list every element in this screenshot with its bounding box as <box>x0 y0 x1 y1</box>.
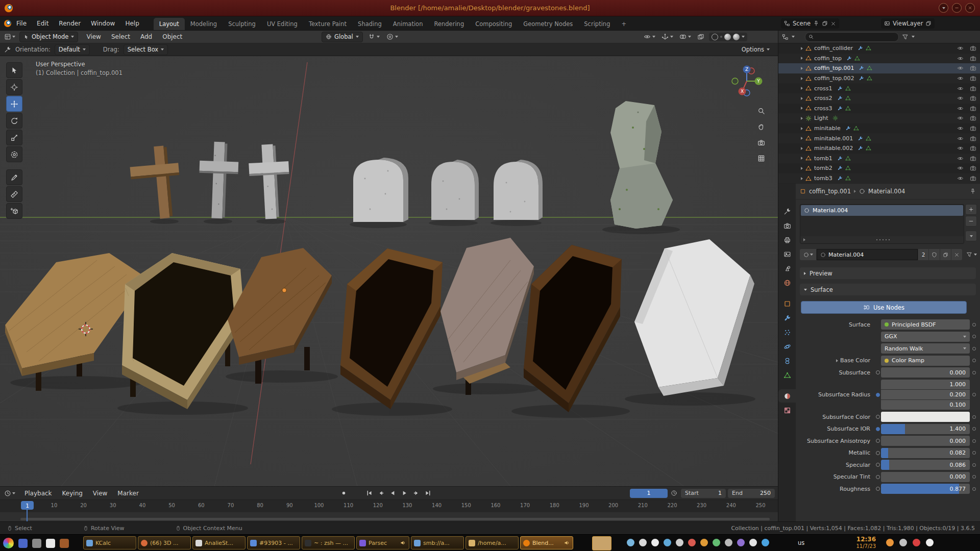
tray-icon-7[interactable] <box>700 539 708 546</box>
tool-tweak-select-button[interactable] <box>6 62 22 78</box>
toggle-icon[interactable] <box>876 451 880 455</box>
expand-icon[interactable] <box>801 47 803 50</box>
unlink-material-button[interactable] <box>951 249 962 260</box>
outliner-item-cross2[interactable]: cross2 <box>778 93 980 104</box>
tool-rotate-button[interactable] <box>6 113 22 129</box>
hide-in-viewport-icon[interactable] <box>957 95 964 102</box>
disable-in-render-icon[interactable] <box>970 125 976 132</box>
editor-type-chevron-icon[interactable] <box>12 492 15 494</box>
object-visibility-dropdown[interactable] <box>642 32 657 41</box>
toggle-icon[interactable] <box>876 393 880 397</box>
start-menu-icon[interactable] <box>3 538 14 548</box>
disable-in-render-icon[interactable] <box>970 175 976 182</box>
taskbar-window-93903[interactable]: #93903 - ... <box>247 536 300 549</box>
tab-rendering[interactable]: Rendering <box>428 18 470 30</box>
outliner-item-coffin-top[interactable]: coffin_top <box>778 54 980 64</box>
toggle-icon[interactable] <box>876 463 880 467</box>
3d-viewport[interactable]: User Perspective (1) Collection | coffin… <box>0 56 778 486</box>
tool-cursor-button[interactable] <box>6 79 22 95</box>
expand-icon[interactable] <box>801 107 803 110</box>
outliner-search-input[interactable] <box>816 33 895 40</box>
expand-icon[interactable] <box>836 359 838 362</box>
hide-in-viewport-icon[interactable] <box>957 105 964 112</box>
toggle-icon[interactable] <box>876 487 880 491</box>
proportional-editing-toggle[interactable] <box>385 32 400 41</box>
ortho-toggle-button[interactable] <box>755 153 767 164</box>
property-field[interactable]: 0.082 <box>881 448 970 458</box>
decorator-dot-icon[interactable] <box>972 371 976 374</box>
tool-add-cube-button[interactable] <box>6 203 22 219</box>
property-field[interactable]: GGX <box>881 332 970 342</box>
fake-user-button[interactable] <box>929 249 940 260</box>
tray-right-icon-1[interactable] <box>886 539 894 546</box>
snapping-dropdown-icon[interactable] <box>377 36 380 38</box>
hide-in-viewport-icon[interactable] <box>957 65 964 71</box>
taskbar-window-home-a[interactable]: /home/a... <box>465 536 519 549</box>
jump-to-start-button[interactable] <box>364 489 374 497</box>
toggle-icon[interactable] <box>876 370 880 374</box>
outliner-item-cross3[interactable]: cross3 <box>778 104 980 114</box>
timeline-menu-view[interactable]: View <box>88 490 112 497</box>
disable-in-render-icon[interactable] <box>970 75 976 82</box>
property-field[interactable]: Principled BSDF <box>881 319 970 330</box>
timeline-menu-playback[interactable]: Playback <box>19 490 57 497</box>
decorator-dot-icon[interactable] <box>972 475 976 479</box>
viewport-menu-add[interactable]: Add <box>135 33 157 40</box>
tab-modeling[interactable]: Modeling <box>185 18 223 30</box>
expand-icon[interactable] <box>801 147 803 150</box>
hide-in-viewport-icon[interactable] <box>957 125 964 132</box>
shading-dropdown-icon[interactable] <box>742 36 745 38</box>
grip-handle-icon[interactable] <box>875 239 891 241</box>
properties-tab-texture[interactable] <box>778 404 796 417</box>
breadcrumb-object[interactable]: coffin_top.001 <box>809 188 851 195</box>
property-field[interactable]: 0.100 <box>881 400 970 410</box>
properties-tab-scene[interactable] <box>778 262 796 275</box>
active-tool-icon[interactable] <box>4 46 11 53</box>
zoom-button[interactable] <box>755 105 767 116</box>
frame-end-field[interactable]: End250 <box>728 489 775 498</box>
outliner-search[interactable] <box>805 32 899 42</box>
tray-icon-9[interactable] <box>725 539 732 546</box>
expand-icon[interactable] <box>801 117 803 120</box>
expand-icon[interactable] <box>801 157 803 160</box>
properties-tab-output[interactable] <box>778 233 796 246</box>
tray-icon-5[interactable] <box>676 539 683 546</box>
disable-in-render-icon[interactable] <box>970 95 976 102</box>
property-field[interactable]: 1.000 <box>881 380 970 389</box>
menu-render[interactable]: Render <box>54 20 86 27</box>
filter-icon[interactable] <box>902 34 909 40</box>
disable-in-render-icon[interactable] <box>970 85 976 92</box>
taskbar-window-parsec[interactable]: Parsec <box>356 536 409 549</box>
editor-type-chevron-icon[interactable] <box>12 36 15 38</box>
menu-edit[interactable]: Edit <box>32 20 54 27</box>
hide-in-viewport-icon[interactable] <box>957 145 964 152</box>
properties-tab-modifiers[interactable] <box>778 311 796 324</box>
shading-solid-button[interactable] <box>720 36 722 38</box>
material-slots-list[interactable]: Material.004 <box>800 204 964 244</box>
tombstone2-mesh[interactable] <box>431 160 479 220</box>
toggle-icon[interactable] <box>876 427 880 431</box>
properties-tab-tool[interactable] <box>778 205 796 218</box>
expand-icon[interactable] <box>801 87 803 90</box>
tray-right-icon-4[interactable] <box>926 539 934 546</box>
expand-icon[interactable] <box>801 97 803 100</box>
properties-tab-constraints[interactable] <box>778 354 796 367</box>
playback-sync-icon[interactable] <box>671 490 677 496</box>
close-button[interactable] <box>965 3 975 13</box>
camera-view-button[interactable] <box>755 137 767 148</box>
launcher-icon-1[interactable] <box>18 539 28 548</box>
preview-panel-header[interactable]: Preview <box>800 267 976 279</box>
hide-in-viewport-icon[interactable] <box>957 45 964 52</box>
properties-tab-object[interactable] <box>778 297 796 310</box>
tab-shading[interactable]: Shading <box>352 18 387 30</box>
editor-type-icon[interactable] <box>4 33 11 40</box>
tab-scripting[interactable]: Scripting <box>578 18 616 30</box>
funnel-icon[interactable] <box>966 252 972 258</box>
new-scene-icon[interactable] <box>822 20 828 27</box>
taskbar-window-smb-a[interactable]: smb://a... <box>411 536 464 549</box>
properties-tab-object-data[interactable] <box>778 368 796 382</box>
material-name-field[interactable]: Material.004 <box>817 249 918 260</box>
decorator-dot-icon[interactable] <box>972 347 976 350</box>
tray-icon-2[interactable] <box>639 539 647 546</box>
toggle-icon[interactable] <box>876 475 880 479</box>
